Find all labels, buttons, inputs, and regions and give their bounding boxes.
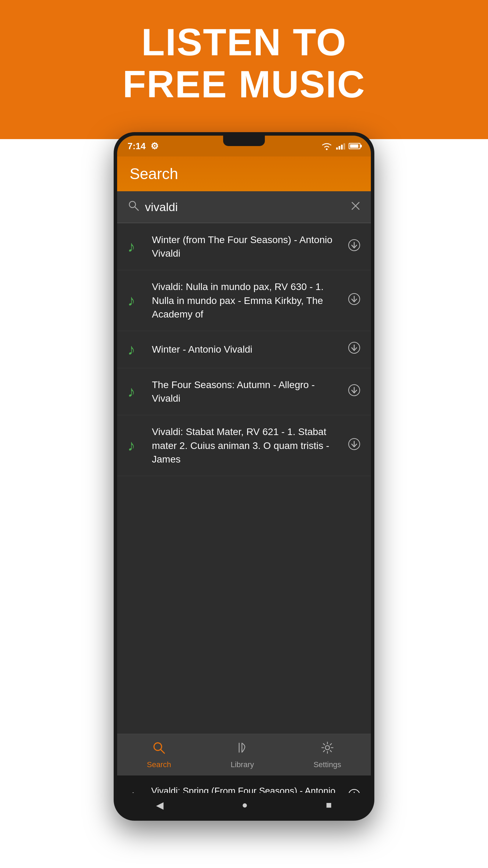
settings-nav-icon — [320, 740, 335, 758]
settings-icon: ⚙ — [151, 141, 158, 152]
signal-bar-2 — [339, 146, 340, 150]
song-item-4[interactable]: ♪ The Four Seasons: Autumn - Allegro - V… — [117, 368, 371, 415]
song-title-1: Winter (from The Four Seasons) - Antonio… — [152, 233, 336, 260]
promo-line2: FREE MUSIC — [0, 63, 488, 105]
back-button[interactable]: ◀ — [156, 799, 164, 811]
search-input[interactable]: vivaldi — [145, 200, 345, 214]
search-container[interactable]: vivaldi — [117, 191, 371, 223]
svg-point-0 — [326, 148, 328, 150]
music-note-icon-1: ♪ — [128, 238, 145, 255]
wifi-icon — [321, 142, 333, 151]
download-button-4[interactable] — [343, 384, 360, 400]
music-note-icon-3: ♪ — [128, 341, 145, 358]
download-button-1[interactable] — [343, 239, 360, 255]
search-nav-icon — [152, 740, 166, 758]
status-right — [321, 142, 360, 151]
signal-bars — [336, 143, 345, 150]
search-nav-label: Search — [147, 760, 171, 769]
song-item-2[interactable]: ♪ Vivaldi: Nulla in mundo pax, RV 630 - … — [117, 270, 371, 331]
music-note-icon-5: ♪ — [128, 437, 145, 454]
search-clear-button[interactable] — [351, 201, 360, 213]
song-item-5[interactable]: ♪ Vivaldi: Stabat Mater, RV 621 - 1. Sta… — [117, 415, 371, 476]
system-nav: ◀ ● ■ — [117, 793, 371, 817]
library-nav-icon — [235, 740, 250, 758]
phone-frame: 7:14 ⚙ — [114, 132, 374, 821]
music-note-icon-2: ♪ — [128, 292, 145, 309]
app-header: Search — [117, 156, 371, 191]
settings-nav-label: Settings — [314, 760, 341, 769]
svg-line-16 — [161, 749, 164, 753]
phone-screen: 7:14 ⚙ — [117, 136, 371, 817]
nav-item-search[interactable]: Search — [147, 740, 171, 769]
phone-notch — [223, 136, 265, 146]
library-nav-label: Library — [230, 760, 254, 769]
search-icon — [128, 200, 139, 214]
signal-bar-1 — [336, 147, 338, 150]
song-item-3[interactable]: ♪ Winter - Antonio Vivaldi — [117, 331, 371, 368]
battery-icon — [349, 143, 360, 149]
signal-bar-3 — [341, 145, 343, 150]
download-button-2[interactable] — [343, 293, 360, 308]
svg-line-2 — [135, 207, 138, 210]
promo-line1: LISTEN TO — [0, 21, 488, 63]
song-title-4: The Four Seasons: Autumn - Allegro - Viv… — [152, 378, 336, 405]
song-title-3: Winter - Antonio Vivaldi — [152, 343, 336, 356]
battery-fill — [350, 144, 358, 148]
home-button[interactable]: ● — [242, 799, 248, 811]
song-item-1[interactable]: ♪ Winter (from The Four Seasons) - Anton… — [117, 223, 371, 270]
nav-item-library[interactable]: Library — [230, 740, 254, 769]
status-left: 7:14 ⚙ — [128, 141, 158, 152]
download-button-5[interactable] — [343, 438, 360, 453]
svg-point-17 — [325, 746, 330, 750]
download-button-3[interactable] — [343, 341, 360, 357]
nav-item-settings[interactable]: Settings — [314, 740, 341, 769]
music-note-icon-4: ♪ — [128, 383, 145, 400]
song-title-2: Vivaldi: Nulla in mundo pax, RV 630 - 1.… — [152, 280, 336, 321]
recents-button[interactable]: ■ — [326, 799, 332, 811]
promo-text: LISTEN TO FREE MUSIC — [0, 21, 488, 105]
app-title: Search — [130, 165, 178, 183]
song-title-5: Vivaldi: Stabat Mater, RV 621 - 1. Staba… — [152, 425, 336, 466]
song-list: ♪ Winter (from The Four Seasons) - Anton… — [117, 223, 371, 476]
bottom-nav: Search Library Settings — [117, 734, 371, 775]
status-time: 7:14 — [128, 141, 146, 152]
signal-bar-4 — [343, 143, 345, 150]
